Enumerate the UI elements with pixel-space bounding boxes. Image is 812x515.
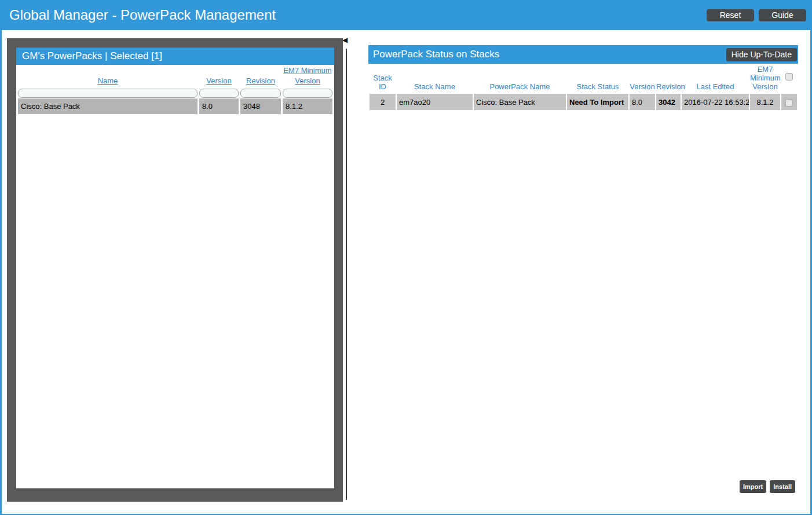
stack-status-panel: PowerPack Status on Stacks Hide Up-To-Da… — [368, 45, 798, 110]
column-header-name: Name — [18, 65, 197, 87]
table-row-powerpack-selected[interactable]: Cisco: Base Pack 8.0 3048 8.1.2 — [18, 98, 332, 114]
collapse-left-icon[interactable]: ◀ — [342, 35, 349, 45]
cell-em7-min-version[interactable]: 8.1.2 — [283, 98, 332, 114]
stack-status-titlebar: PowerPack Status on Stacks Hide Up-To-Da… — [368, 45, 798, 64]
gm-table-filter-row — [18, 87, 332, 98]
import-button[interactable]: Import — [740, 480, 766, 493]
filter-input-name[interactable] — [18, 89, 197, 98]
guide-button[interactable]: Guide — [759, 9, 806, 21]
column-header-last-edited: Last Edited — [682, 65, 749, 94]
column-header-stack-status: Stack Status — [567, 65, 628, 94]
hide-up-to-date-button[interactable]: Hide Up-To-Date — [726, 48, 797, 61]
column-header-powerpack-name: PowerPack Name — [474, 65, 566, 94]
cell-version[interactable]: 8.0 — [199, 98, 239, 114]
filter-input-revision[interactable] — [240, 89, 281, 98]
column-header-select-all — [781, 65, 797, 94]
cell-stack-id[interactable]: 2 — [370, 94, 396, 110]
cell-name[interactable]: Cisco: Base Pack — [18, 98, 197, 114]
select-all-checkbox[interactable] — [785, 73, 793, 81]
cell-revision[interactable]: 3042 — [656, 94, 681, 110]
column-header-em7-min-version: EM7 Minimum Version — [283, 65, 332, 87]
gm-powerpacks-panel: GM's PowerPacks | Selected [1] Name Vers… — [7, 38, 343, 502]
action-buttons: Import Install — [740, 480, 795, 493]
filter-input-version[interactable] — [199, 89, 239, 98]
filter-input-em7-min-version[interactable] — [283, 89, 332, 98]
cell-last-edited[interactable]: 2016-07-22 16:53:2 — [682, 94, 749, 110]
app-header: Global Manager - PowerPack Management Re… — [0, 0, 812, 30]
cell-select — [781, 94, 797, 110]
sort-link-revision[interactable]: Revision — [246, 76, 275, 85]
column-header-revision: Revision — [240, 65, 281, 87]
cell-revision[interactable]: 3048 — [240, 98, 281, 114]
cell-em7-min-version[interactable]: 8.1.2 — [750, 94, 780, 110]
install-button[interactable]: Install — [770, 480, 795, 493]
page-border-left — [0, 30, 2, 515]
column-header-stack-name: Stack Name — [397, 65, 473, 94]
page-title: Global Manager - PowerPack Management — [9, 7, 276, 23]
page: Global Manager - PowerPack Management Re… — [0, 0, 812, 515]
stack-row[interactable]: 2 em7ao20 Cisco: Base Pack Need To Impor… — [370, 94, 797, 110]
stack-table-header-row: Stack ID Stack Name PowerPack Name Stack… — [370, 65, 797, 94]
row-checkbox[interactable] — [785, 99, 793, 107]
cell-version[interactable]: 8.0 — [630, 94, 655, 110]
reset-button[interactable]: Reset — [707, 9, 754, 21]
gm-powerpacks-title: GM's PowerPacks | Selected [1] — [16, 48, 334, 65]
column-header-stack-id: Stack ID — [370, 65, 396, 94]
panel-splitter[interactable] — [346, 49, 347, 500]
gm-powerpacks-table: Name Version Revision EM7 Minimum Versio… — [16, 65, 334, 114]
sort-link-name[interactable]: Name — [98, 76, 118, 85]
header-buttons: Reset Guide — [707, 9, 806, 21]
sort-link-em7-min-version[interactable]: EM7 Minimum Version — [283, 66, 331, 85]
stack-status-table: Stack ID Stack Name PowerPack Name Stack… — [368, 65, 798, 110]
stack-status-title: PowerPack Status on Stacks — [373, 49, 499, 60]
gm-table-header-row: Name Version Revision EM7 Minimum Versio… — [18, 65, 332, 87]
column-header-version: Version — [199, 65, 239, 87]
column-header-version: Version — [630, 65, 655, 94]
cell-stack-status[interactable]: Need To Import — [567, 94, 628, 110]
column-header-em7-min-version: EM7 Minimum Version — [750, 65, 780, 94]
sort-link-version[interactable]: Version — [206, 76, 231, 85]
column-header-revision: Revision — [656, 65, 681, 94]
gm-powerpacks-panel-body: GM's PowerPacks | Selected [1] Name Vers… — [16, 48, 334, 488]
cell-stack-name[interactable]: em7ao20 — [397, 94, 473, 110]
cell-powerpack-name[interactable]: Cisco: Base Pack — [474, 94, 566, 110]
